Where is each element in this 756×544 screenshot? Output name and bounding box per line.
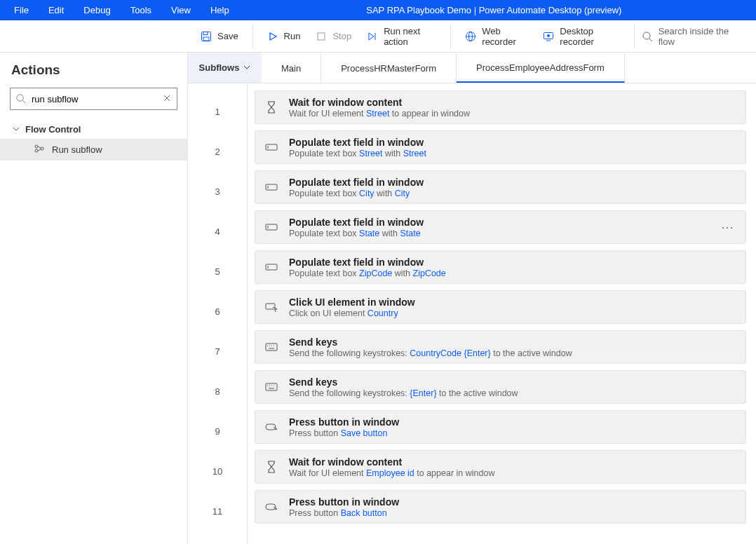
hourglass-icon [265,101,278,114]
save-button[interactable]: Save [194,27,245,46]
step-row[interactable]: Send keysSend the following keystrokes: … [255,370,746,404]
textbox-icon [265,221,278,233]
step-title: Wait for window content [289,97,738,108]
step-row[interactable]: Click UI element in windowClick on UI el… [255,290,746,324]
svg-point-17 [35,145,38,148]
step-title: Click UI element in window [289,297,738,308]
line-number: 2 [188,132,247,172]
more-icon[interactable]: ⋯ [717,219,738,235]
actions-panel: Actions Flow Control Run subflow [0,53,188,544]
step-row[interactable]: Wait for window contentWait for UI eleme… [255,450,746,484]
menu-view[interactable]: View [163,2,199,18]
line-number: 1 [188,92,247,132]
subflows-label: Subflows [199,62,240,73]
step-row[interactable]: Populate text field in windowPopulate te… [255,210,746,244]
step-row[interactable]: Populate text field in windowPopulate te… [255,130,746,164]
menu-help[interactable]: Help [202,2,238,18]
run-next-label: Run next action [384,26,436,47]
line-gutter: 1234567891011 [188,83,248,544]
step-text: Wait for window contentWait for UI eleme… [289,456,738,478]
step-text: Populate text field in windowPopulate te… [289,257,738,278]
save-label: Save [217,31,238,41]
web-recorder-button[interactable]: Web recorder [458,22,534,51]
line-number: 4 [188,212,247,252]
svg-rect-28 [266,264,277,270]
step-row[interactable]: Populate text field in windowPopulate te… [255,250,746,284]
clear-icon[interactable] [162,93,172,105]
step-title: Press button in window [289,496,738,508]
step-text: Press button in windowPress button Save … [289,416,738,438]
textbox-icon [265,141,278,154]
svg-rect-22 [266,144,277,150]
step-description: Populate text box Street with Street [289,149,738,158]
steps-list: Wait for window contentWait for UI eleme… [248,83,756,544]
step-description: Wait for UI element Street to appear in … [289,109,738,118]
actions-search-input[interactable] [10,88,177,110]
step-title: Wait for window content [289,456,738,468]
step-text: Populate text field in windowPopulate te… [289,137,738,158]
svg-rect-37 [266,383,277,390]
tabs-row: Subflows MainProcessHRMasterFormProcessE… [188,53,756,83]
tree-item-run-subflow[interactable]: Run subflow [0,139,187,161]
step-row[interactable]: Press button in windowPress button Back … [255,490,746,524]
textbox-icon [265,181,278,193]
menu-debug[interactable]: Debug [75,2,119,18]
flow-search[interactable]: Search inside the flow [642,26,748,47]
subflows-dropdown[interactable]: Subflows [188,53,262,83]
button-icon [265,421,278,433]
step-row[interactable]: Wait for window contentWait for UI eleme… [255,90,746,124]
svg-point-13 [17,95,23,101]
step-row[interactable]: Send keysSend the following keystrokes: … [255,330,746,364]
step-description: Populate text box State with State [289,229,706,238]
step-text: Send keysSend the following keystrokes: … [289,376,738,398]
line-number: 10 [188,451,247,491]
menu-bar: FileEditDebugToolsViewHelp [6,2,238,18]
svg-line-21 [38,149,41,151]
flow-search-placeholder: Search inside the flow [659,26,734,47]
menu-tools[interactable]: Tools [122,2,160,18]
search-icon [642,31,653,42]
step-description: Populate text box City with City [289,189,738,198]
subflow-icon [34,144,45,156]
tree-group-label: Flow Control [25,124,81,135]
tab-processhrmasterform[interactable]: ProcessHRMasterForm [321,53,457,83]
textbox-icon [265,261,278,273]
menu-edit[interactable]: Edit [40,2,72,18]
step-row[interactable]: Populate text field in windowPopulate te… [255,170,746,204]
actions-title: Actions [0,53,187,85]
svg-line-20 [38,147,41,148]
run-button[interactable]: Run [260,27,308,46]
tab-processemployeeaddressform[interactable]: ProcessEmployeeAddressForm [457,53,625,83]
desktop-recorder-button[interactable]: Desktop recorder [536,22,625,51]
svg-point-19 [41,147,43,150]
step-text: Wait for window contentWait for UI eleme… [289,97,738,118]
step-title: Populate text field in window [289,257,738,268]
click-icon [265,301,278,313]
svg-rect-26 [266,224,277,230]
step-row[interactable]: Press button in windowPress button Save … [255,410,746,444]
step-text: Click UI element in windowClick on UI el… [289,297,738,318]
svg-point-11 [643,32,650,39]
run-next-button[interactable]: Run next action [360,22,443,51]
svg-rect-1 [203,32,208,34]
web-recorder-label: Web recorder [482,26,527,47]
step-description: Send the following keystrokes: {Enter} t… [289,388,738,398]
step-title: Populate text field in window [289,137,738,148]
svg-line-14 [22,100,25,103]
svg-rect-30 [266,304,275,309]
tab-main[interactable]: Main [262,53,321,83]
menu-file[interactable]: File [6,2,37,18]
svg-point-9 [547,34,550,37]
step-description: Press button Back button [289,508,738,518]
step-description: Wait for UI element Employee id to appea… [289,468,738,478]
step-title: Populate text field in window [289,177,738,188]
chevron-down-icon [13,124,20,135]
stop-button[interactable]: Stop [309,27,358,46]
button-icon [265,501,278,513]
desktop-recorder-label: Desktop recorder [560,26,618,47]
save-icon [201,31,212,42]
globe-icon [465,31,476,42]
tree-group-flow-control[interactable]: Flow Control [0,120,187,139]
toolbar: Save Run Stop Run next action Web record… [0,20,756,53]
window-title: SAP RPA Playbook Demo | Power Automate D… [238,5,750,15]
